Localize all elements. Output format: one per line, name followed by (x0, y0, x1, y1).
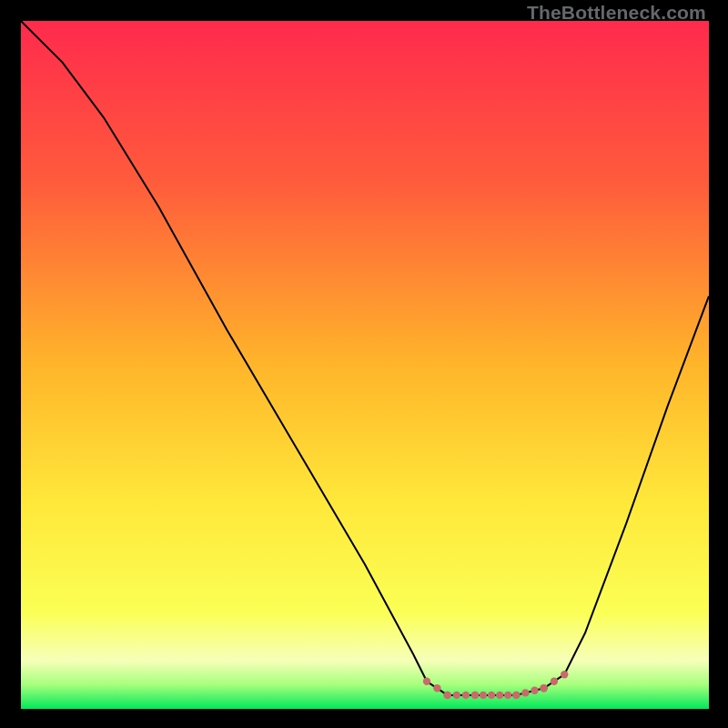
svg-point-9 (488, 692, 495, 699)
svg-point-3 (444, 692, 451, 699)
chart-background (21, 21, 709, 709)
svg-point-18 (551, 678, 558, 685)
svg-point-15 (531, 687, 538, 694)
svg-point-7 (471, 692, 479, 699)
svg-point-5 (462, 692, 470, 699)
svg-point-11 (504, 692, 511, 699)
chart-frame (21, 21, 709, 709)
svg-point-17 (540, 684, 547, 692)
svg-point-4 (453, 692, 460, 699)
svg-point-19 (561, 671, 568, 678)
svg-point-10 (496, 692, 503, 699)
svg-point-1 (433, 684, 440, 692)
bottleneck-chart (21, 21, 709, 709)
svg-point-0 (423, 678, 430, 685)
svg-point-13 (512, 692, 520, 699)
svg-point-14 (521, 689, 529, 696)
watermark-text: TheBottleneck.com (527, 2, 706, 24)
svg-point-8 (480, 692, 487, 699)
